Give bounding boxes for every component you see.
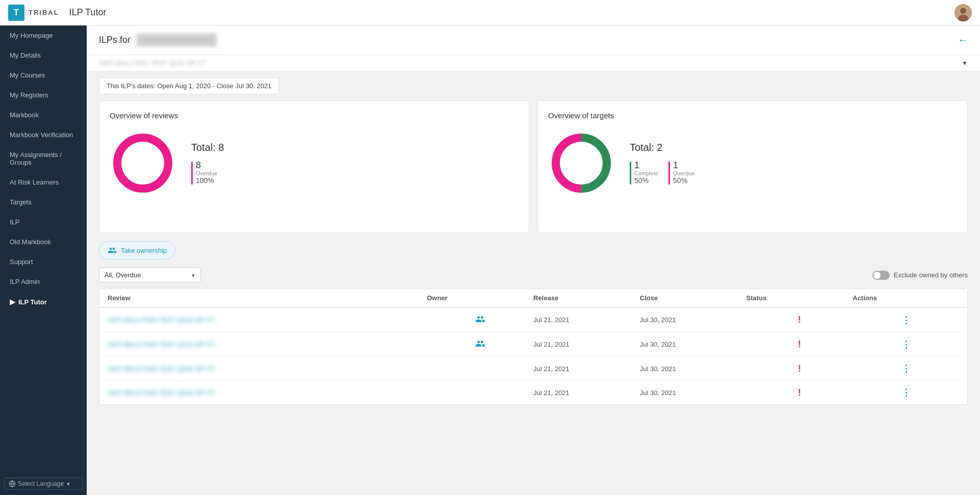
- actions-menu-button[interactable]: ⋮: [901, 363, 911, 374]
- page-header: ILPs for Abigail Hall (NHS) ←: [87, 25, 980, 55]
- sidebar-item-at-risk-learners[interactable]: At Risk Learners: [0, 172, 87, 192]
- cell-status: !: [746, 315, 853, 325]
- targets-stat-values-complete: 1 Complete 50%: [634, 161, 658, 185]
- sidebar-item-label: ILP Admin: [10, 278, 40, 285]
- reviews-stat-label: Overdue: [196, 170, 217, 176]
- targets-stat-complete: 1 Complete 50%: [630, 161, 658, 185]
- sidebar-item-my-registers[interactable]: My Registers: [0, 85, 87, 105]
- sidebar-item-my-homepage[interactable]: My Homepage: [0, 25, 87, 45]
- take-ownership-button[interactable]: Take ownership: [99, 241, 175, 259]
- overview-section: Overview of reviews Total: 8 8: [87, 100, 980, 241]
- select-language[interactable]: Select Language ▼: [4, 478, 83, 490]
- sidebar-item-my-assignments-groups[interactable]: My Assignments / Groups: [0, 145, 87, 172]
- targets-total: Total: 2: [630, 142, 694, 153]
- ilp-selector-bar: ANTI-BULLYING TEST QUIZ DP FT ▼: [87, 55, 980, 71]
- avatar[interactable]: [955, 4, 972, 21]
- filter-select-wrap: AllAll, OverdueCompleteOverdue: [99, 268, 201, 282]
- cell-owner: [427, 338, 533, 350]
- cell-release: Jul 21, 2021: [533, 316, 640, 324]
- targets-stat-label-complete: Complete: [634, 170, 658, 176]
- cell-review: ANTI-BULLYING TEST QUIZ DP FT...: [108, 389, 427, 397]
- page-title-name: Abigail Hall (NHS): [137, 34, 217, 46]
- page-title: ILPs for Abigail Hall (NHS): [99, 34, 217, 46]
- cell-status: !: [746, 387, 853, 398]
- cell-actions: ⋮: [853, 315, 959, 326]
- cell-close: Jul 30, 2021: [640, 389, 746, 397]
- reviews-stats: Total: 8 8 Overdue 100%: [191, 142, 224, 185]
- sidebar-item-ilp-admin[interactable]: ILP Admin: [0, 272, 87, 292]
- sidebar-item-ilp-tutor[interactable]: ▶ ILP Tutor: [0, 292, 87, 312]
- sidebar-item-targets[interactable]: Targets: [0, 192, 87, 212]
- google-icon: [9, 480, 16, 487]
- targets-stat-values-overdue: 1 Overdue 50%: [673, 161, 694, 185]
- sidebar-item-markbook-verification[interactable]: Markbook Verification: [0, 125, 87, 145]
- sidebar-item-old-markbook[interactable]: Old Markbook: [0, 232, 87, 252]
- overview-targets-card: Overview of targets Total: 2: [537, 100, 968, 233]
- th-release: Release: [533, 294, 640, 302]
- actions-menu-button[interactable]: ⋮: [901, 339, 911, 350]
- cell-status: !: [746, 363, 853, 374]
- th-review: Review: [108, 294, 427, 302]
- app-title: ILP Tutor: [69, 7, 107, 18]
- targets-stat-value-overdue: 1: [673, 161, 694, 171]
- brand-logo: T TRIBAL: [8, 5, 59, 21]
- back-button[interactable]: ←: [958, 34, 968, 46]
- reviews-total: Total: 8: [191, 142, 224, 153]
- reviews-stat-value: 8: [196, 161, 217, 171]
- sidebar-item-label: Support: [10, 258, 33, 266]
- targets-content: Total: 2 1 Complete 50%: [548, 130, 957, 196]
- status-overdue-icon: !: [798, 387, 801, 398]
- layout: My Homepage My Details My Courses My Reg…: [0, 25, 980, 495]
- cell-owner: [427, 314, 533, 326]
- reviews-stat-pct: 100%: [196, 176, 217, 185]
- cell-release: Jul 21, 2021: [533, 365, 640, 373]
- reviews-stat-overdue: 8 Overdue 100%: [191, 161, 224, 185]
- sidebar-arrow-icon: ▶: [10, 298, 15, 306]
- targets-title: Overview of targets: [548, 111, 957, 120]
- toggle-knob: [873, 272, 881, 279]
- targets-donut: [548, 130, 614, 196]
- th-close: Close: [640, 294, 746, 302]
- sidebar-item-support[interactable]: Support: [0, 252, 87, 272]
- targets-stat-value-complete: 1: [634, 161, 658, 171]
- take-ownership-label: Take ownership: [121, 247, 167, 254]
- reviews-stat-values: 8 Overdue 100%: [196, 161, 217, 185]
- filter-select[interactable]: AllAll, OverdueCompleteOverdue: [99, 268, 201, 282]
- sidebar-item-ilp[interactable]: ILP: [0, 212, 87, 232]
- sidebar-item-my-courses[interactable]: My Courses: [0, 65, 87, 85]
- dropdown-icon: ▼: [66, 481, 71, 487]
- th-status: Status: [746, 294, 853, 302]
- cell-review: ANTI-BULLYING TEST QUIZ DP FT...: [108, 365, 427, 373]
- sidebar-item-label: Markbook: [10, 111, 39, 119]
- sidebar-item-label: My Details: [10, 51, 41, 59]
- actions-menu-button[interactable]: ⋮: [901, 315, 911, 326]
- dates-badge: This ILP's dates: Open Aug 1, 2020 - Clo…: [99, 77, 279, 94]
- sidebar-item-label: My Courses: [10, 71, 45, 79]
- ilp-dropdown-arrow[interactable]: ▼: [962, 60, 968, 67]
- cell-close: Jul 30, 2021: [640, 341, 746, 348]
- targets-stat-bar-complete: [630, 162, 631, 185]
- cell-status: !: [746, 339, 853, 350]
- dates-bar: This ILP's dates: Open Aug 1, 2020 - Clo…: [87, 71, 980, 100]
- owner-group-icon: [475, 314, 485, 326]
- review-table: Review Owner Release Close Status Action…: [99, 289, 968, 405]
- targets-stat-pct-complete: 50%: [634, 176, 658, 185]
- toggle-switch[interactable]: [872, 271, 890, 280]
- th-actions: Actions: [853, 294, 959, 302]
- sidebar-item-label: Old Markbook: [10, 238, 51, 246]
- targets-stats: Total: 2 1 Complete 50%: [630, 142, 694, 185]
- cell-close: Jul 30, 2021: [640, 316, 746, 324]
- th-owner: Owner: [427, 294, 533, 302]
- svg-point-4: [117, 138, 168, 189]
- topbar: T TRIBAL ILP Tutor: [0, 0, 980, 25]
- sidebar-item-markbook[interactable]: Markbook: [0, 105, 87, 125]
- table-header: Review Owner Release Close Status Action…: [99, 289, 967, 308]
- actions-menu-button[interactable]: ⋮: [901, 387, 911, 398]
- cell-release: Jul 21, 2021: [533, 389, 640, 397]
- filter-row: AllAll, OverdueCompleteOverdue Exclude o…: [87, 268, 980, 289]
- targets-stat-overdue: 1 Overdue 50%: [668, 161, 694, 185]
- logo-brand: TRIBAL: [29, 9, 59, 16]
- sidebar-item-my-details[interactable]: My Details: [0, 45, 87, 65]
- sidebar-item-label: My Assignments / Groups: [10, 151, 79, 166]
- sidebar-item-label: My Registers: [10, 91, 48, 99]
